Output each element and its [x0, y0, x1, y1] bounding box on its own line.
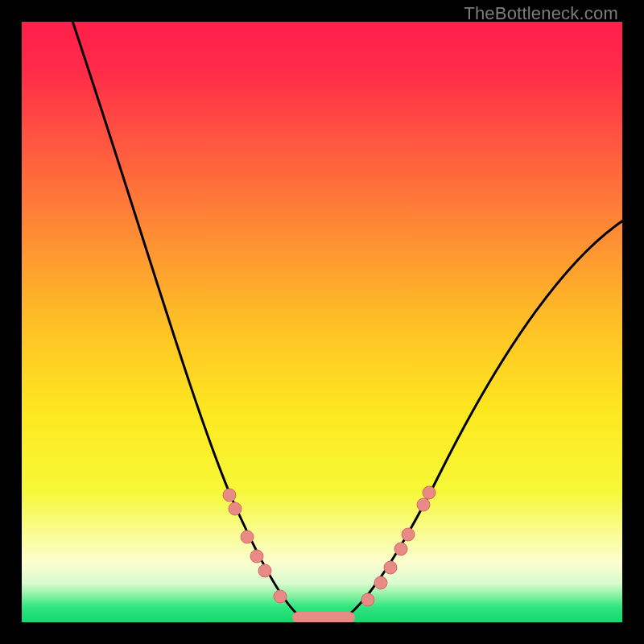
dot-left-3 [250, 550, 263, 563]
dot-right-2 [384, 561, 397, 574]
dot-left-2 [241, 530, 254, 543]
right-curve [344, 219, 622, 619]
dot-left-5 [274, 590, 287, 603]
dot-right-6 [423, 486, 436, 499]
dot-left-0 [223, 489, 236, 502]
dot-right-1 [374, 576, 387, 589]
dot-right-4 [402, 528, 415, 541]
left-curve [70, 22, 303, 619]
dot-left-4 [258, 564, 271, 577]
dot-right-5 [417, 498, 430, 511]
chart-svg [22, 22, 622, 622]
dot-right-3 [394, 543, 407, 555]
dot-left-1 [229, 502, 242, 515]
chart-frame [22, 22, 622, 622]
watermark-text: TheBottleneck.com [464, 3, 618, 24]
dot-right-0 [361, 593, 374, 606]
